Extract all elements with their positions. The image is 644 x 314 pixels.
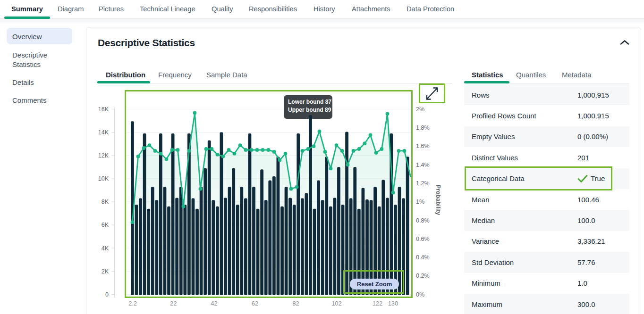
svg-text:6K: 6K	[102, 222, 109, 228]
svg-text:1.6%: 1.6%	[416, 143, 430, 149]
svg-text:1%: 1%	[416, 198, 424, 205]
svg-text:2.2: 2.2	[128, 300, 137, 307]
svg-text:130: 130	[388, 300, 398, 307]
svg-text:0%: 0%	[416, 291, 424, 298]
svg-text:0.6%: 0.6%	[416, 236, 430, 242]
svg-text:22: 22	[170, 300, 177, 307]
svg-text:12K: 12K	[98, 152, 109, 159]
svg-text:0.4%: 0.4%	[416, 254, 430, 261]
svg-text:82: 82	[292, 300, 299, 307]
svg-text:2%: 2%	[416, 106, 424, 113]
svg-text:0: 0	[105, 291, 109, 298]
svg-text:0.2%: 0.2%	[416, 273, 430, 279]
svg-text:1.4%: 1.4%	[416, 162, 430, 168]
svg-text:2K: 2K	[102, 268, 109, 275]
svg-text:1.8%: 1.8%	[416, 124, 430, 131]
svg-text:62: 62	[252, 300, 258, 307]
svg-text:1.2%: 1.2%	[416, 180, 430, 187]
svg-text:0.8%: 0.8%	[416, 217, 430, 224]
svg-text:122: 122	[373, 300, 383, 307]
svg-text:4K: 4K	[102, 245, 109, 252]
svg-text:102: 102	[331, 300, 342, 307]
svg-text:16K: 16K	[98, 106, 109, 113]
svg-text:10K: 10K	[98, 175, 109, 182]
svg-text:8K: 8K	[102, 198, 109, 205]
svg-text:42: 42	[211, 300, 217, 307]
svg-text:14K: 14K	[98, 129, 109, 136]
svg-text:Probability: Probability	[435, 185, 441, 215]
